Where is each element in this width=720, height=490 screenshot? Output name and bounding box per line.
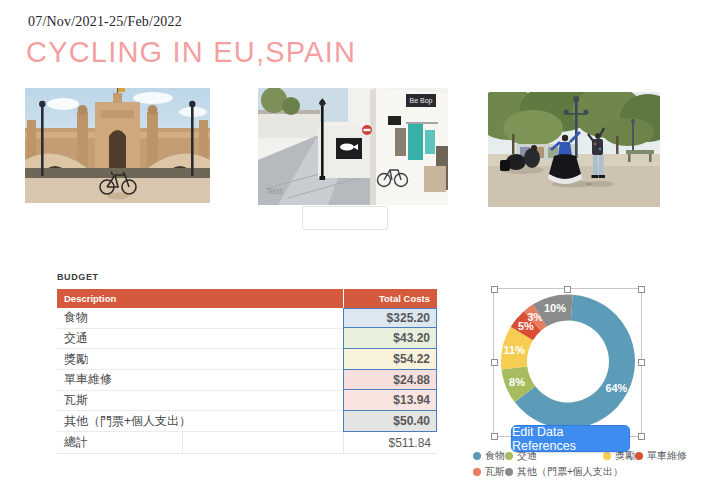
legend-label: 瓦斯: [485, 465, 505, 479]
park-dancers-image: [488, 92, 660, 207]
photo-plaza-espana[interactable]: [25, 88, 210, 203]
row-value-cell-selected[interactable]: $13.94: [343, 389, 437, 411]
legend-label: 單車維修: [647, 449, 687, 463]
selection-handle[interactable]: [491, 433, 498, 440]
plaza-espana-image: [25, 88, 210, 203]
table-row[interactable]: 食物$325.20: [57, 308, 437, 329]
empty-text-box[interactable]: [302, 206, 388, 230]
table-row[interactable]: 其他（門票+個人支出）$50.40: [57, 411, 437, 432]
legend-label: 食物: [485, 449, 505, 463]
selection-handle[interactable]: [564, 286, 571, 293]
table-total-row[interactable]: 總計 $511.84: [57, 432, 437, 454]
photo-white-street[interactable]: Be Bop Text: [258, 88, 448, 205]
row-value-cell-selected[interactable]: $43.20: [343, 327, 437, 349]
selection-handle[interactable]: [638, 433, 645, 440]
legend-color-dot-icon: [473, 452, 481, 460]
row-value-cell-selected[interactable]: $54.22: [343, 348, 437, 370]
row-description-cell[interactable]: 瓦斯: [57, 391, 343, 412]
date-range-text[interactable]: 07/Nov/2021-25/Feb/2022: [28, 14, 182, 30]
legend-color-dot-icon: [505, 468, 513, 476]
legend-item: 食物: [473, 449, 505, 462]
legend-item: 瓦斯: [473, 465, 505, 478]
edit-data-references-button[interactable]: Edit Data References: [511, 425, 630, 452]
table-header-row: Description Total Costs: [57, 289, 437, 308]
legend-item: 單車維修: [635, 449, 687, 462]
legend-label: 其他（門票+個人支出）: [517, 465, 623, 479]
table-row[interactable]: 瓦斯$13.94: [57, 391, 437, 412]
row-description-cell[interactable]: 交通: [57, 329, 343, 350]
text-placeholder-watermark: Text: [266, 186, 283, 196]
donut-chart[interactable]: 64%8%11%5%3%10%: [494, 289, 641, 436]
slice-percent-label: 8%: [509, 376, 525, 388]
total-empty-cell[interactable]: [183, 432, 344, 453]
legend-color-dot-icon: [635, 452, 643, 460]
slice-percent-label: 11%: [504, 344, 526, 356]
slide-canvas: 07/Nov/2021-25/Feb/2022 CYCLING IN EU,SP…: [0, 0, 720, 490]
legend-color-dot-icon: [603, 452, 611, 460]
row-value-cell-selected[interactable]: $24.88: [343, 369, 437, 391]
legend-color-dot-icon: [505, 452, 513, 460]
selection-handle[interactable]: [491, 359, 498, 366]
row-description-cell[interactable]: 食物: [57, 308, 343, 329]
row-value-cell-selected[interactable]: $325.20: [343, 308, 437, 329]
slice-percent-label: 64%: [605, 382, 627, 394]
legend-color-dot-icon: [473, 468, 481, 476]
table-body: 食物$325.20交通$43.20獎勵$54.22單車維修$24.88瓦斯$13…: [57, 308, 437, 432]
legend-item: 其他（門票+個人支出）: [505, 465, 603, 478]
column-header-description[interactable]: Description: [57, 289, 343, 308]
table-row[interactable]: 獎勵$54.22: [57, 349, 437, 370]
budget-table[interactable]: Description Total Costs 食物$325.20交通$43.2…: [57, 289, 437, 454]
selection-handle[interactable]: [638, 286, 645, 293]
table-row[interactable]: 單車維修$24.88: [57, 370, 437, 391]
row-value-cell-selected[interactable]: $50.40: [343, 410, 437, 432]
white-street-image: Be Bop Text: [258, 88, 448, 205]
total-value-cell[interactable]: $511.84: [344, 432, 437, 453]
row-description-cell[interactable]: 獎勵: [57, 349, 343, 370]
row-description-cell[interactable]: 其他（門票+個人支出）: [57, 411, 343, 432]
svg-text:Be Bop: Be Bop: [410, 97, 433, 105]
total-label-cell[interactable]: 總計: [57, 432, 183, 453]
photo-park-dancers[interactable]: [488, 92, 660, 207]
column-header-total-costs[interactable]: Total Costs: [343, 289, 437, 308]
table-row[interactable]: 交通$43.20: [57, 329, 437, 350]
budget-section-label[interactable]: BUDGET: [57, 272, 99, 282]
selection-handle[interactable]: [638, 359, 645, 366]
donut-chart-selection-box[interactable]: 64%8%11%5%3%10%: [493, 288, 642, 437]
chart-legend[interactable]: 食物交通獎勵單車維修瓦斯其他（門票+個人支出）: [473, 449, 687, 478]
slide-title[interactable]: CYCLING IN EU,SPAIN: [26, 36, 356, 69]
row-description-cell[interactable]: 單車維修: [57, 370, 343, 391]
slice-percent-label: 10%: [544, 302, 566, 314]
selection-handle[interactable]: [491, 286, 498, 293]
